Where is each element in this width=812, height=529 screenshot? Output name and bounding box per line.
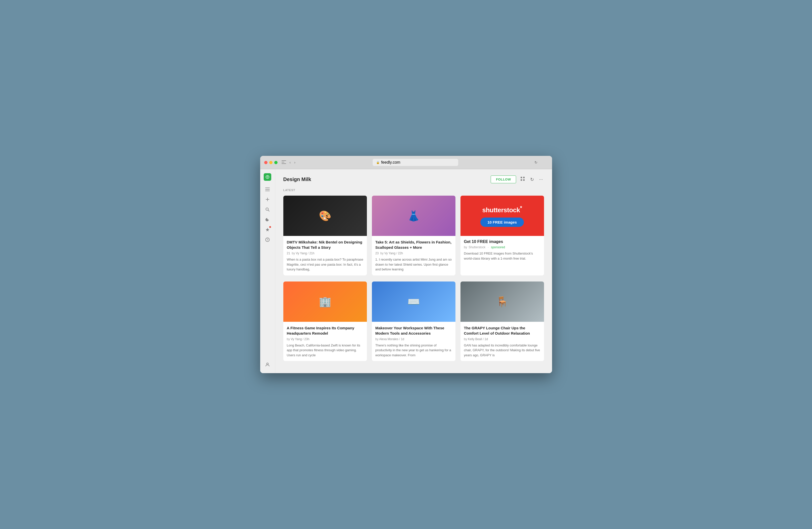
article-4-author: Alexa Morales xyxy=(379,338,398,341)
profile-icon xyxy=(265,362,270,367)
article-2-title: Take 5: Art as Shields, Flowers in Fashi… xyxy=(375,240,452,250)
sidebar-icon xyxy=(281,160,286,164)
sidebar-toggle-button[interactable] xyxy=(280,160,287,165)
feed-title: Design Milk xyxy=(283,176,491,182)
section-label: LATEST xyxy=(283,189,544,191)
url-field[interactable]: 🔒 feedly.com xyxy=(373,159,458,166)
sidebar-item-profile[interactable] xyxy=(263,360,272,369)
shutterstock-logo: shutterstock* xyxy=(482,205,522,214)
article-4-meta: by Alexa Morales / 1d xyxy=(375,338,452,341)
follow-button[interactable]: FOLLOW xyxy=(491,175,516,183)
article-2-author: Vy Yang xyxy=(385,252,395,255)
article-4-title: Makeover Your Workspace With These Moder… xyxy=(375,325,452,336)
sidebar-item-search[interactable] xyxy=(263,205,272,214)
svg-rect-5 xyxy=(265,190,270,191)
forward-button[interactable]: › xyxy=(293,160,296,165)
refresh-button[interactable]: ↻ xyxy=(535,160,537,165)
article-3-time: 23h xyxy=(304,338,309,341)
article-1-title: DMTV Milkshake: Nik Bentel on Designing … xyxy=(287,240,363,250)
svg-point-13 xyxy=(267,363,269,365)
article-3-author: Vy Yang xyxy=(291,338,302,341)
sidebar-item-add[interactable] xyxy=(263,195,272,204)
article-card-4[interactable]: Makeover Your Workspace With These Moder… xyxy=(372,282,455,361)
header-actions: FOLLOW ↻ ··· xyxy=(491,175,544,184)
article-3-body: A Fitness Game Inspires Its Company Head… xyxy=(283,322,367,361)
article-3-title: A Fitness Game Inspires Its Company Head… xyxy=(287,325,363,336)
feedly-icon xyxy=(265,175,270,179)
article-5-body: The GRAPY Lounge Chair Ups the Comfort L… xyxy=(461,322,544,361)
ad-source: by Shutterstock · sponsored xyxy=(464,245,540,249)
article-card-2[interactable]: Take 5: Art as Shields, Flowers in Fashi… xyxy=(372,196,455,275)
article-2-image xyxy=(372,196,455,236)
search-icon xyxy=(265,207,270,212)
svg-rect-7 xyxy=(266,199,269,200)
minimize-button[interactable] xyxy=(269,161,273,164)
article-3-excerpt: Long Beach, California-based Zwift is kn… xyxy=(287,343,363,358)
article-5-title: The GRAPY Lounge Chair Ups the Comfort L… xyxy=(464,325,540,336)
browser-controls: ‹ › xyxy=(280,160,296,165)
grid-view-button[interactable] xyxy=(519,175,526,184)
ad-excerpt: Download 10 FREE images from Shutterstoc… xyxy=(464,251,540,261)
svg-rect-3 xyxy=(265,188,270,188)
address-bar: 🔒 feedly.com xyxy=(300,159,532,166)
article-1-excerpt: When is a pasta box not a pasta box? To … xyxy=(287,257,363,272)
svg-rect-4 xyxy=(265,189,270,190)
notification-dot xyxy=(269,226,271,228)
article-1-image xyxy=(283,196,367,236)
fullscreen-button[interactable] xyxy=(274,161,277,164)
sidebar: ? xyxy=(260,169,275,373)
grid-icon xyxy=(520,176,525,181)
svg-line-9 xyxy=(268,210,270,212)
ad-cta-button[interactable]: 10 FREE images xyxy=(480,217,524,227)
article-2-count: 23 xyxy=(375,252,379,255)
articles-grid-row1: DMTV Milkshake: Nik Bentel on Designing … xyxy=(283,196,544,275)
article-5-excerpt: GAN has adapted its incredibly comfortab… xyxy=(464,343,540,358)
ad-source-name: Shutterstock xyxy=(468,245,485,249)
svg-text:?: ? xyxy=(267,239,268,241)
article-5-author: Kelly Beall xyxy=(468,338,482,341)
star-icon xyxy=(265,227,270,232)
sidebar-item-menu[interactable] xyxy=(263,185,272,194)
sidebar-item-help[interactable]: ? xyxy=(263,235,272,244)
help-icon: ? xyxy=(265,238,270,242)
svg-marker-10 xyxy=(266,228,269,231)
hamburger-icon xyxy=(265,188,270,191)
sponsored-badge: sponsored xyxy=(491,245,505,249)
feedly-logo[interactable] xyxy=(264,173,271,181)
svg-rect-2 xyxy=(281,163,286,164)
svg-rect-0 xyxy=(281,160,286,161)
article-1-author: Vy Yang xyxy=(296,252,307,255)
lock-icon: 🔒 xyxy=(376,161,380,164)
article-1-meta: 21 by Vy Yang / 21h xyxy=(287,252,363,255)
main-content: Design Milk FOLLOW ↻ ··· LATES xyxy=(275,169,552,373)
article-card-3[interactable]: A Fitness Game Inspires Its Company Head… xyxy=(283,282,367,361)
sidebar-item-leo[interactable] xyxy=(263,225,272,234)
article-3-image xyxy=(283,282,367,322)
article-card-1[interactable]: DMTV Milkshake: Nik Bentel on Designing … xyxy=(283,196,367,275)
article-2-meta: 23 by Vy Yang / 22h xyxy=(375,252,452,255)
svg-rect-14 xyxy=(521,177,522,178)
close-button[interactable] xyxy=(264,161,267,164)
article-5-image xyxy=(461,282,544,322)
sidebar-item-night-mode[interactable] xyxy=(263,215,272,224)
more-options-button[interactable]: ··· xyxy=(538,176,544,183)
feed-header: Design Milk FOLLOW ↻ ··· xyxy=(283,175,544,184)
ad-card[interactable]: shutterstock* 10 FREE images Get 10 FREE… xyxy=(461,196,544,275)
browser-chrome: ‹ › 🔒 feedly.com ↻ xyxy=(260,156,552,169)
ad-title: Get 10 FREE images xyxy=(464,240,540,244)
svg-rect-15 xyxy=(523,177,525,178)
moon-icon xyxy=(265,217,270,222)
article-4-excerpt: There's nothing like the shining promise… xyxy=(375,343,452,358)
article-card-5[interactable]: The GRAPY Lounge Chair Ups the Comfort L… xyxy=(461,282,544,361)
article-5-time: 1d xyxy=(484,338,488,341)
article-1-body: DMTV Milkshake: Nik Bentel on Designing … xyxy=(283,236,367,275)
refresh-feed-button[interactable]: ↻ xyxy=(529,176,535,183)
back-button[interactable]: ‹ xyxy=(289,160,292,165)
url-text: feedly.com xyxy=(381,160,400,165)
article-4-time: 1d xyxy=(401,338,404,341)
app-content: ? Design Milk FOLLOW xyxy=(260,169,552,373)
article-4-image xyxy=(372,282,455,322)
article-2-body: Take 5: Art as Shields, Flowers in Fashi… xyxy=(372,236,455,275)
traffic-lights xyxy=(264,161,277,164)
article-5-meta: by Kelly Beall / 1d xyxy=(464,338,540,341)
